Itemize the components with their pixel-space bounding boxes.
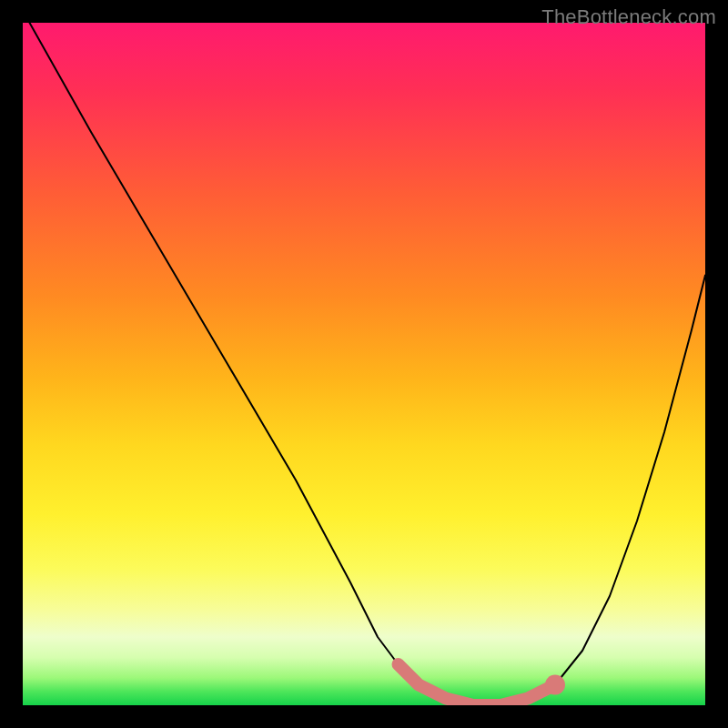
chart-stage: TheBottleneck.com	[0, 0, 728, 728]
plot-area	[23, 23, 705, 705]
chart-svg	[23, 23, 705, 705]
bottleneck-curve	[30, 23, 706, 705]
watermark-text: TheBottleneck.com	[541, 5, 716, 29]
optimal-end-dot	[545, 674, 565, 694]
optimal-range-marker	[399, 664, 556, 705]
